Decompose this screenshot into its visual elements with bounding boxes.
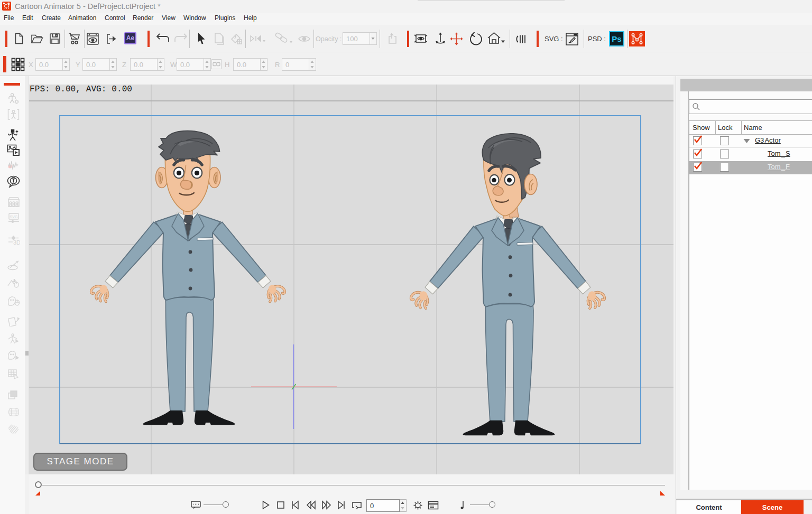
svg-text:SVG: SVG: [10, 215, 18, 219]
svg-text:3D: 3D: [13, 239, 20, 246]
